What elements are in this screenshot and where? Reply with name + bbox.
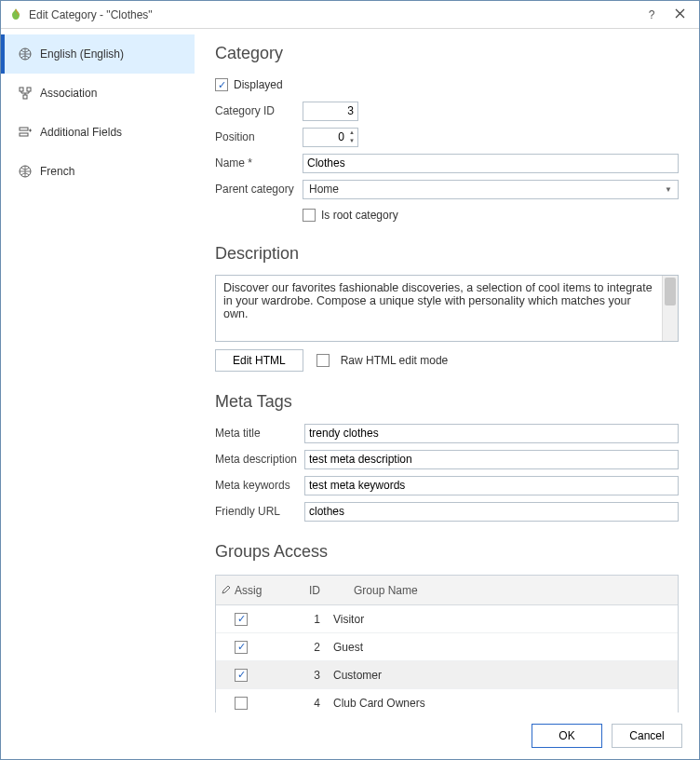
name-label: Name * bbox=[215, 156, 303, 170]
edit-html-button[interactable]: Edit HTML bbox=[215, 349, 303, 372]
table-row[interactable]: 4 Club Card Owners bbox=[216, 689, 678, 712]
col-assig-label: Assig bbox=[235, 584, 262, 597]
row-id: 3 bbox=[272, 669, 328, 682]
parent-category-select[interactable]: Home ▼ bbox=[303, 180, 679, 199]
sidebar-item-label: French bbox=[40, 165, 74, 178]
row-id: 4 bbox=[272, 697, 328, 710]
sidebar: English (English) Association Additional… bbox=[1, 29, 195, 712]
app-icon bbox=[8, 7, 23, 22]
assoc-icon bbox=[18, 86, 33, 101]
raw-html-checkbox[interactable] bbox=[316, 354, 330, 367]
groups-table: Assig ID Group Name 1 Visitor 2 Guest bbox=[215, 575, 679, 712]
pencil-icon bbox=[222, 584, 231, 597]
section-meta-heading: Meta Tags bbox=[215, 392, 679, 412]
parent-category-value: Home bbox=[309, 183, 339, 196]
chevron-up-icon: ▲ bbox=[346, 129, 357, 138]
dialog-footer: OK Cancel bbox=[1, 712, 699, 759]
section-description-heading: Description bbox=[215, 244, 679, 264]
assig-checkbox[interactable] bbox=[235, 613, 248, 626]
category-id-input[interactable] bbox=[303, 102, 358, 121]
window-title: Edit Category - "Clothes" bbox=[29, 8, 638, 21]
assig-checkbox[interactable] bbox=[235, 669, 248, 682]
scrollbar-thumb[interactable] bbox=[665, 278, 676, 305]
chevron-down-icon: ▼ bbox=[665, 185, 672, 194]
row-name: Club Card Owners bbox=[328, 697, 678, 710]
assig-checkbox[interactable] bbox=[235, 641, 248, 654]
sidebar-item-english[interactable]: English (English) bbox=[1, 34, 195, 74]
meta-desc-input[interactable] bbox=[304, 450, 679, 469]
description-editor[interactable]: Discover our favorites fashionable disco… bbox=[215, 275, 679, 342]
parent-label: Parent category bbox=[215, 183, 303, 196]
row-id: 1 bbox=[272, 613, 328, 626]
dialog-window: Edit Category - "Clothes" ? English (Eng… bbox=[0, 0, 700, 760]
titlebar: Edit Category - "Clothes" ? bbox=[1, 1, 699, 29]
fields-icon bbox=[18, 125, 33, 140]
main-panel: Category Displayed Category ID Position … bbox=[195, 29, 699, 712]
meta-keywords-input[interactable] bbox=[304, 476, 679, 495]
row-id: 2 bbox=[272, 641, 328, 654]
section-groups-heading: Groups Access bbox=[215, 542, 679, 562]
category-id-label: Category ID bbox=[215, 104, 303, 117]
sidebar-item-additional-fields[interactable]: Additional Fields bbox=[1, 113, 195, 152]
table-row[interactable]: 2 Guest bbox=[216, 633, 678, 661]
row-name: Visitor bbox=[328, 613, 678, 626]
sidebar-item-label: Association bbox=[40, 87, 97, 100]
svg-rect-1 bbox=[20, 88, 23, 91]
friendly-url-label: Friendly URL bbox=[215, 505, 304, 518]
table-header: Assig ID Group Name bbox=[216, 576, 678, 605]
cancel-button[interactable]: Cancel bbox=[612, 724, 682, 748]
displayed-checkbox[interactable] bbox=[215, 78, 228, 91]
sidebar-item-label: Additional Fields bbox=[40, 126, 122, 139]
name-input[interactable] bbox=[303, 154, 679, 173]
svg-rect-3 bbox=[23, 95, 27, 99]
meta-desc-label: Meta description bbox=[215, 453, 304, 466]
table-row[interactable]: 1 Visitor bbox=[216, 605, 678, 633]
chevron-down-icon: ▼ bbox=[346, 137, 357, 146]
meta-title-label: Meta title bbox=[215, 427, 304, 440]
col-name-label: Group Name bbox=[328, 584, 678, 597]
raw-html-label: Raw HTML edit mode bbox=[341, 354, 449, 367]
assig-checkbox[interactable] bbox=[235, 697, 248, 710]
description-text: Discover our favorites fashionable disco… bbox=[216, 276, 662, 341]
sidebar-item-association[interactable]: Association bbox=[1, 74, 195, 113]
ok-button[interactable]: OK bbox=[532, 724, 602, 748]
sidebar-item-label: English (English) bbox=[40, 48, 124, 61]
position-spinner[interactable]: ▲ ▼ bbox=[346, 129, 357, 146]
friendly-url-input[interactable] bbox=[304, 502, 679, 522]
globe-icon bbox=[18, 164, 33, 179]
meta-keywords-label: Meta keywords bbox=[215, 479, 304, 492]
table-row[interactable]: 3 Customer bbox=[216, 661, 678, 689]
svg-rect-2 bbox=[27, 88, 31, 91]
sidebar-item-french[interactable]: French bbox=[1, 152, 195, 191]
close-icon bbox=[675, 8, 685, 21]
meta-title-input[interactable] bbox=[304, 424, 679, 443]
section-category-heading: Category bbox=[215, 44, 679, 63]
position-label: Position bbox=[215, 130, 303, 143]
is-root-label: Is root category bbox=[321, 209, 398, 222]
svg-rect-5 bbox=[20, 133, 28, 136]
help-button[interactable]: ? bbox=[638, 4, 666, 26]
col-id-label: ID bbox=[272, 584, 328, 597]
close-button[interactable] bbox=[666, 4, 693, 26]
is-root-checkbox[interactable] bbox=[303, 209, 316, 222]
svg-rect-4 bbox=[20, 128, 28, 130]
row-name: Customer bbox=[328, 669, 678, 682]
row-name: Guest bbox=[328, 641, 678, 654]
scrollbar[interactable] bbox=[662, 276, 678, 341]
globe-icon bbox=[18, 47, 33, 61]
displayed-label: Displayed bbox=[234, 78, 283, 91]
